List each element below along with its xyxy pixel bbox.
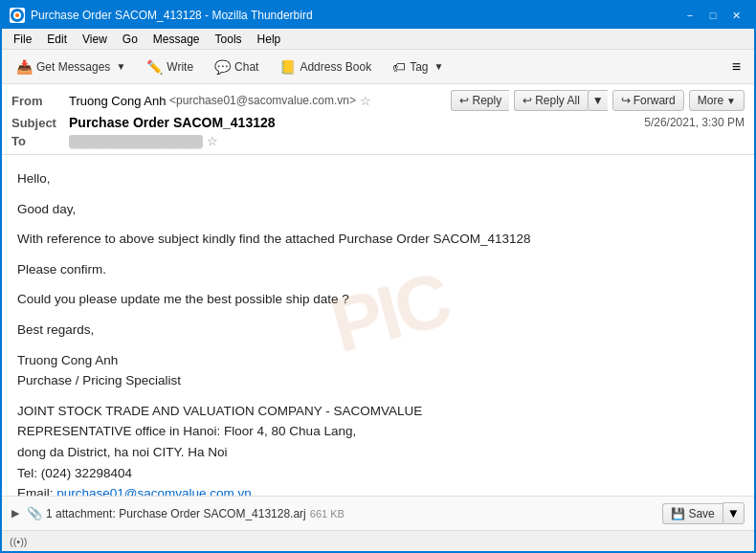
forward-icon: ↪ [621,94,631,107]
get-messages-button[interactable]: 📥 Get Messages ▼ [8,55,134,79]
menu-edit[interactable]: Edit [39,31,75,48]
write-icon: ✏️ [146,59,163,75]
menu-message[interactable]: Message [145,31,208,48]
reply-all-button[interactable]: ↩ Reply All [514,90,588,111]
main-window: Purchase Order SACOM_413128 - Mozilla Th… [0,0,756,553]
para-ship-date: Could you please update me the best poss… [17,289,739,310]
from-email: <purchase01@sacomvalue.com.vn> [169,94,356,107]
maximize-button[interactable]: □ [702,7,723,24]
subject-text: Purchase Order SACOM_413128 [69,115,276,130]
minimize-button[interactable]: − [679,7,700,24]
to-row: To ████████████████ ☆ [11,132,745,150]
para-hello: Hello, [17,168,739,189]
to-address-redacted: ████████████████ [69,135,203,148]
forward-button[interactable]: ↪ Forward [612,90,684,111]
app-icon [10,8,25,23]
menu-go[interactable]: Go [115,31,145,48]
attachment-toggle-icon[interactable]: ▶ [11,507,19,520]
from-name: Truong Cong Anh [69,94,166,108]
para-confirm: Please confirm. [17,259,739,280]
reply-all-button-group: ↩ Reply All ▼ [514,90,608,111]
email-actions: ↩ Reply ↩ Reply All ▼ ↪ Forward More [451,90,745,111]
get-messages-icon: 📥 [16,59,33,75]
window-title: Purchase Order SACOM_413128 - Mozilla Th… [31,9,679,22]
from-row: From Truong Cong Anh <purchase01@sacomva… [11,88,745,113]
get-messages-dropdown-icon[interactable]: ▼ [116,61,125,72]
reply-all-icon: ↩ [523,94,532,107]
para-goodday: Good day, [17,199,739,220]
from-label: From [11,94,69,108]
close-button[interactable]: ✕ [725,7,746,24]
email-link[interactable]: purchase01@sacomvalue.com.vn [56,486,252,496]
email-body: PIC Hello, Good day, With reference to a… [2,155,754,496]
address-book-icon: 📒 [279,59,296,75]
title-bar: Purchase Order SACOM_413128 - Mozilla Th… [2,2,754,29]
subject-row: Subject Purchase Order SACOM_413128 5/26… [11,113,745,132]
menu-view[interactable]: View [75,31,115,48]
email-header: From Truong Cong Anh <purchase01@sacomva… [2,84,754,155]
para-company: JOINT STOCK TRADE AND VALUATION COMPANY … [17,401,739,496]
para-reference: With reference to above subject kindly f… [17,229,739,250]
hamburger-button[interactable]: ≡ [724,55,748,79]
to-star-icon[interactable]: ☆ [207,134,218,148]
attachment-bar: ▶ 📎 1 attachment: Purchase Order SACOM_4… [2,496,754,530]
status-bar: ((•)) [2,530,754,551]
svg-point-2 [15,13,19,17]
menu-help[interactable]: Help [250,31,289,48]
menu-bar: File Edit View Go Message Tools Help [2,29,754,50]
more-dropdown-icon: ▼ [726,96,736,106]
tag-icon: 🏷 [392,59,406,75]
subject-label: Subject [11,116,69,130]
chat-button[interactable]: 💬 Chat [206,55,267,79]
reply-button[interactable]: ↩ Reply [451,90,509,111]
more-button[interactable]: More ▼ [689,90,745,111]
to-label: To [11,134,69,148]
reply-button-group: ↩ Reply [451,90,509,111]
reply-all-dropdown-button[interactable]: ▼ [588,90,608,111]
attachment-count: 1 attachment: [46,507,116,520]
tag-dropdown-icon[interactable]: ▼ [434,61,444,72]
tag-button[interactable]: 🏷 Tag ▼ [384,55,452,79]
menu-tools[interactable]: Tools [208,31,250,48]
attachment-filename[interactable]: Purchase Order SACOM_413128.arj [119,507,305,520]
window-controls: − □ ✕ [679,7,746,24]
star-icon[interactable]: ☆ [360,94,371,108]
reply-icon: ↩ [459,94,469,107]
menu-file[interactable]: File [6,31,39,48]
attachment-size: 661 KB [310,508,345,520]
para-regards: Best regards, [17,320,739,341]
save-dropdown-button[interactable]: ▼ [723,502,745,524]
save-button-group: 💾 Save ▼ [662,502,745,524]
write-button[interactable]: ✏️ Write [138,55,202,79]
toolbar: 📥 Get Messages ▼ ✏️ Write 💬 Chat 📒 Addre… [2,50,754,84]
save-icon: 💾 [671,507,685,520]
save-button[interactable]: 💾 Save [662,503,722,524]
chat-icon: 💬 [214,59,231,75]
email-date: 5/26/2021, 3:30 PM [644,116,745,129]
para-signature-name: Truong Cong AnhPurchase / Pricing Specia… [17,350,739,391]
address-book-button[interactable]: 📒 Address Book [271,55,380,79]
paperclip-icon: 📎 [27,506,42,520]
wifi-icon: ((•)) [10,536,28,547]
